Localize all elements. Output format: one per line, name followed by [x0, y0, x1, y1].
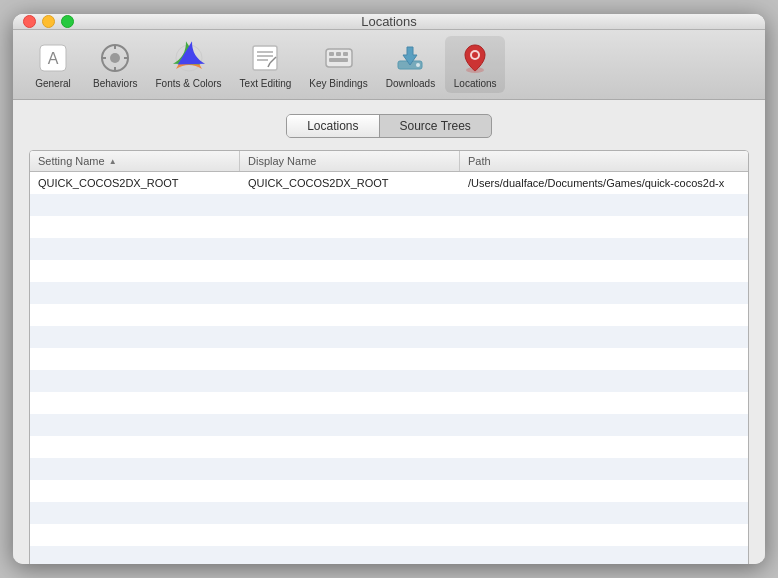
table-cell-empty	[240, 216, 460, 238]
column-setting-name: Setting Name ▲	[30, 151, 240, 171]
table-row[interactable]	[30, 546, 748, 564]
table-cell-empty	[240, 502, 460, 524]
table-cell-empty	[460, 348, 748, 370]
table-cell-empty	[240, 260, 460, 282]
toolbar-label-locations: Locations	[454, 78, 497, 89]
key-bindings-icon	[321, 40, 357, 76]
locations-table: Setting Name ▲ Display Name Path QUICK_C…	[29, 150, 749, 564]
fonts-colors-icon	[171, 40, 207, 76]
table-cell-empty	[240, 524, 460, 546]
table-cell-empty	[30, 480, 240, 502]
table-cell-empty	[460, 260, 748, 282]
table-cell-empty	[240, 414, 460, 436]
table-cell-empty	[240, 348, 460, 370]
table-row[interactable]	[30, 436, 748, 458]
table-cell-empty	[460, 524, 748, 546]
table-cell-empty	[460, 546, 748, 564]
table-row[interactable]	[30, 194, 748, 216]
table-cell-empty	[460, 436, 748, 458]
tab-bar: Locations Source Trees	[29, 114, 749, 138]
table-cell-empty	[460, 480, 748, 502]
table-header: Setting Name ▲ Display Name Path	[30, 151, 748, 172]
table-cell-empty	[460, 194, 748, 216]
table-row[interactable]	[30, 238, 748, 260]
main-window: Locations A General	[13, 14, 765, 564]
toolbar-item-downloads[interactable]: Downloads	[378, 36, 443, 93]
table-cell-empty	[240, 458, 460, 480]
tab-locations[interactable]: Locations	[287, 115, 378, 137]
toolbar-item-general[interactable]: A General	[23, 36, 83, 93]
table-row[interactable]: QUICK_COCOS2DX_ROOTQUICK_COCOS2DX_ROOT/U…	[30, 172, 748, 194]
toolbar-item-text-editing[interactable]: Text Editing	[232, 36, 300, 93]
toolbar-label-general: General	[35, 78, 71, 89]
table-cell-empty	[30, 436, 240, 458]
svg-point-22	[416, 63, 420, 67]
toolbar-item-locations[interactable]: Locations	[445, 36, 505, 93]
toolbar-item-fonts-colors[interactable]: Fonts & Colors	[147, 36, 229, 93]
table-row[interactable]	[30, 458, 748, 480]
table-cell-setting_name: QUICK_COCOS2DX_ROOT	[30, 172, 240, 194]
table-cell-empty	[240, 370, 460, 392]
toolbar-label-text-editing: Text Editing	[240, 78, 292, 89]
title-bar: Locations	[13, 14, 765, 30]
table-cell-path: /Users/dualface/Documents/Games/quick-co…	[460, 172, 748, 194]
table-row[interactable]	[30, 524, 748, 546]
table-cell-empty	[240, 326, 460, 348]
toolbar-item-key-bindings[interactable]: Key Bindings	[301, 36, 375, 93]
svg-rect-9	[253, 46, 277, 70]
table-row[interactable]	[30, 502, 748, 524]
table-cell-empty	[240, 436, 460, 458]
table-row[interactable]	[30, 282, 748, 304]
table-row[interactable]	[30, 304, 748, 326]
table-row[interactable]	[30, 370, 748, 392]
toolbar: A General Behaviors	[13, 30, 765, 100]
table-cell-empty	[30, 370, 240, 392]
column-display-name: Display Name	[240, 151, 460, 171]
table-cell-empty	[460, 392, 748, 414]
table-cell-empty	[30, 326, 240, 348]
behaviors-icon	[97, 40, 133, 76]
table-cell-empty	[240, 480, 460, 502]
tab-source-trees[interactable]: Source Trees	[379, 115, 491, 137]
table-row[interactable]	[30, 414, 748, 436]
table-cell-empty	[30, 502, 240, 524]
svg-rect-16	[329, 52, 334, 56]
table-cell-empty	[30, 524, 240, 546]
table-cell-empty	[240, 304, 460, 326]
table-cell-empty	[240, 282, 460, 304]
tab-group: Locations Source Trees	[286, 114, 492, 138]
svg-rect-19	[329, 58, 348, 62]
close-button[interactable]	[23, 15, 36, 28]
window-title: Locations	[361, 14, 417, 29]
general-icon: A	[35, 40, 71, 76]
column-path: Path	[460, 151, 748, 171]
table-row[interactable]	[30, 348, 748, 370]
table-row[interactable]	[30, 326, 748, 348]
downloads-icon	[392, 40, 428, 76]
table-cell-empty	[30, 546, 240, 564]
table-cell-empty	[30, 348, 240, 370]
table-cell-empty	[240, 238, 460, 260]
table-body: QUICK_COCOS2DX_ROOTQUICK_COCOS2DX_ROOT/U…	[30, 172, 748, 564]
toolbar-item-behaviors[interactable]: Behaviors	[85, 36, 145, 93]
minimize-button[interactable]	[42, 15, 55, 28]
table-row[interactable]	[30, 480, 748, 502]
toolbar-label-behaviors: Behaviors	[93, 78, 137, 89]
table-row[interactable]	[30, 260, 748, 282]
table-row[interactable]	[30, 392, 748, 414]
svg-text:A: A	[48, 50, 59, 67]
content-area: Locations Source Trees Setting Name ▲ Di…	[13, 100, 765, 564]
table-cell-empty	[30, 194, 240, 216]
maximize-button[interactable]	[61, 15, 74, 28]
svg-rect-18	[343, 52, 348, 56]
table-cell-empty	[30, 238, 240, 260]
table-cell-empty	[460, 414, 748, 436]
table-cell-empty	[240, 546, 460, 564]
locations-icon	[457, 40, 493, 76]
table-cell-empty	[460, 502, 748, 524]
table-row[interactable]	[30, 216, 748, 238]
table-cell-empty	[460, 216, 748, 238]
text-editing-icon	[247, 40, 283, 76]
table-cell-empty	[30, 392, 240, 414]
toolbar-label-key-bindings: Key Bindings	[309, 78, 367, 89]
